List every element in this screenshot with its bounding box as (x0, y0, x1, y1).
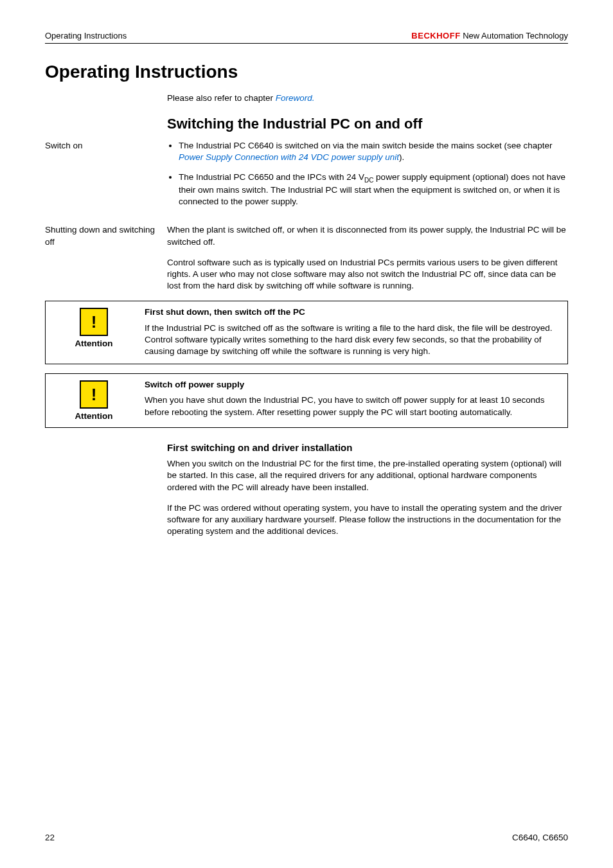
page-title: Operating Instructions (45, 62, 568, 82)
shutting-p1: When the plant is switched off, or when … (167, 224, 568, 247)
bullet2-pre: The Industrial PC C6650 and the IPCs wit… (179, 172, 364, 182)
list-item: The Industrial PC C6640 is switched on v… (179, 140, 568, 163)
switch-on-label: Switch on (45, 140, 167, 152)
switch-on-body: The Industrial PC C6640 is switched on v… (167, 140, 568, 215)
attention-label: Attention (75, 411, 112, 421)
list-item: The Industrial PC C6650 and the IPCs wit… (179, 172, 568, 208)
page-header: Operating Instructions BECKHOFF New Auto… (45, 31, 568, 44)
attention-body: First shut down, then switch off the PC … (142, 301, 567, 364)
brand-red: BECKHOFF (411, 31, 460, 40)
attention-icon: ! (80, 380, 108, 409)
sub-heading: First switching on and driver installati… (167, 442, 568, 453)
header-left: Operating Instructions (45, 31, 127, 40)
footer-model: C6640, C6650 (512, 833, 568, 842)
first-p2: If the PC was ordered without operating … (167, 502, 568, 538)
bullet1-post: ). (399, 152, 404, 162)
attention-label: Attention (75, 339, 112, 348)
attention-text: When you have shut down the Industrial P… (145, 394, 560, 418)
switch-on-row: Switch on The Industrial PC C6640 is swi… (45, 140, 568, 215)
header-right: BECKHOFF New Automation Technology (411, 31, 568, 40)
bullet1-link[interactable]: Power Supply Connection with 24 VDC powe… (179, 152, 399, 162)
intro-prefix: Please also refer to chapter (167, 93, 276, 103)
shutting-body: When the plant is switched off, or when … (167, 224, 568, 292)
attention-title: Switch off power supply (145, 379, 560, 391)
bullet1-pre: The Industrial PC C6640 is switched on v… (179, 141, 553, 150)
attention-box-1: ! Attention First shut down, then switch… (45, 301, 568, 364)
shutting-label: Shutting down and switching off (45, 224, 167, 247)
shutting-p2: Control software such as is typically us… (167, 257, 568, 292)
page-footer: 22 C6640, C6650 (45, 833, 568, 842)
first-p1: When you switch on the Industrial PC for… (167, 458, 568, 493)
attention-title: First shut down, then switch off the PC (145, 306, 560, 318)
exclamation-icon: ! (91, 314, 97, 330)
attention-box-2: ! Attention Switch off power supply When… (45, 373, 568, 428)
shutting-row: Shutting down and switching off When the… (45, 224, 568, 292)
attention-icon-cell: ! Attention (46, 301, 142, 364)
intro-link[interactable]: Foreword. (276, 93, 315, 103)
bullet2-sub: DC (364, 176, 373, 183)
intro-line: Please also refer to chapter Foreword. (167, 93, 568, 104)
attention-icon-cell: ! Attention (46, 374, 142, 427)
section-heading: Switching the Industrial PC on and off (167, 116, 568, 132)
attention-text: If the Industrial PC is switched off as … (145, 323, 560, 358)
brand-tag: New Automation Technology (461, 31, 568, 40)
footer-page-number: 22 (45, 833, 55, 842)
attention-body: Switch off power supply When you have sh… (142, 374, 567, 427)
attention-icon: ! (80, 308, 108, 336)
switch-on-list: The Industrial PC C6640 is switched on v… (167, 140, 568, 208)
exclamation-icon: ! (91, 386, 97, 403)
